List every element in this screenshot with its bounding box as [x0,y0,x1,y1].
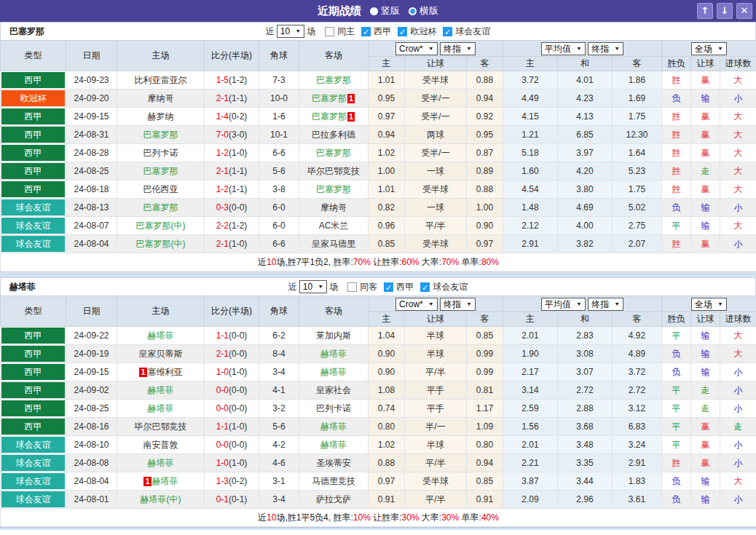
crow-odds-0: 1.02 [369,144,405,162]
scope-select[interactable]: 全场▼ [691,42,727,55]
crow-odds-0: 0.97 [369,108,405,126]
summary-stat-value: 70% [441,257,459,267]
scope-select[interactable]: 全场▼ [691,298,727,311]
result-goals: 小 [720,436,756,454]
layout-radio-vertical[interactable]: 竖版 [370,4,400,17]
home-team-name: 赫塔菲 [148,458,174,468]
same-venue-checkbox[interactable] [347,282,357,292]
radio-vertical-label: 竖版 [381,4,400,17]
move-down-button[interactable]: ↓ [717,3,733,19]
away-team-cell: 皇家社会 [299,381,369,400]
result-handicap: 输 [691,363,720,381]
result-handicap: 走 [691,381,720,400]
summary-stat-label: 近 [258,257,267,267]
home-team-name: 赫塔菲 [152,476,178,486]
corner-score: 5-6 [259,418,299,436]
summary-stat-value: 60% [401,257,419,267]
result-winlose: 胜 [662,454,691,472]
league-badge: 球会友谊 [1,437,65,453]
away-team-name: 巴塞罗那 [316,184,351,194]
titlebar-center: 近期战绩 竖版 横版 [0,4,756,18]
home-team-cell: 巴塞罗那 [117,199,205,217]
crow-stage-select[interactable]: 终指▼ [440,298,476,311]
match-row: 球会友谊24-08-041赫塔菲1-3(0-2)3-1马德里竞技0.97受半球0… [1,472,756,491]
chevron-down-icon: ▼ [614,299,620,309]
close-button[interactable]: ✕ [736,3,752,19]
corner-score: 3-4 [259,363,299,381]
league-filter-checkbox-1[interactable]: ✓ [398,27,407,36]
league-filter-checkbox-0[interactable]: ✓ [361,27,371,36]
fulltime-score: 1-3 [216,476,229,486]
avg-odds-1: 3.44 [558,472,613,491]
average-select[interactable]: 平均值▼ [541,42,586,55]
result-handicap: 赢 [691,454,720,472]
score-cell: 2-1(1-0) [205,235,259,253]
summary-stat-value: 30% [441,512,459,523]
score-cell: 1-1(1-0) [205,418,259,436]
league-filter-checkbox-2[interactable]: ✓ [443,27,452,36]
match-count-select[interactable]: 10▼ [299,280,327,293]
col-away: 客场 [299,296,369,327]
score-cell: 2-1(1-1) [205,162,259,181]
avg-odds-1: 6.85 [558,126,613,144]
league-filter-checkbox-1[interactable]: ✓ [420,282,430,292]
away-team-cell: 巴拉多利德 [299,126,369,144]
average-select-value: 平均值 [545,299,571,309]
score-cell: 1-3(0-2) [205,472,259,491]
fulltime-score: 2-1 [216,166,229,176]
avg-odds-0: 1.60 [503,162,558,181]
summary-stat-value: 80% [481,257,499,267]
corner-score: 6-0 [259,217,299,235]
layout-radio-horizontal[interactable]: 横版 [409,4,438,17]
scope-select-value: 全场 [695,299,712,309]
crow-odds-1: 受半球 [405,181,467,199]
avg-odds-1: 3.08 [558,345,613,363]
match-type-cell: 西甲 [1,345,66,363]
away-team-name: 皇家社会 [316,385,351,395]
match-row: 西甲24-09-19皇家贝蒂斯2-1(0-0)8-4赫塔菲0.90半球0.991… [1,345,756,363]
corner-score: 3-1 [259,472,299,491]
home-team-name: 巴塞罗那(中) [136,221,186,231]
crow-company-select[interactable]: Crow*▼ [395,42,438,55]
fulltime-score: 7-0 [216,130,229,140]
corner-score: 10-0 [259,90,299,108]
crow-company-select-value: Crow* [399,299,423,309]
league-badge: 西甲 [1,328,65,344]
col-score: 比分(半场) [205,41,259,71]
crow-company-select[interactable]: Crow*▼ [395,298,438,311]
result-goals: 大 [720,472,756,491]
average-stage-select[interactable]: 终指▼ [588,42,623,55]
avg-odds-0: 2.59 [503,400,558,418]
score-cell: 1-5(1-2) [205,71,259,90]
halftime-score: (0-0) [229,385,247,395]
crow-odds-2: 0.97 [467,235,503,253]
average-select[interactable]: 平均值▼ [541,298,586,311]
score-cell: 2-2(1-2) [205,217,259,235]
move-up-button[interactable]: ↑ [697,3,713,19]
league-badge: 西甲 [1,419,65,435]
crow-odds-2: 0.95 [467,126,503,144]
match-count-select[interactable]: 10▼ [277,25,304,38]
away-team-cell: 莱加内斯 [299,327,369,345]
away-team-name: 巴塞罗那 [312,93,347,103]
avg-odds-1: 3.80 [558,181,613,199]
crow-stage-select[interactable]: 终指▼ [440,42,476,55]
match-type-cell: 西甲 [1,418,66,436]
result-winlose: 胜 [662,235,691,253]
league-badge: 西甲 [1,127,65,143]
summary-stat-value: 30% [401,512,419,523]
halftime-score: (1-0) [229,239,247,249]
average-stage-select[interactable]: 终指▼ [588,298,623,311]
league-filter-checkbox-0[interactable]: ✓ [384,282,393,292]
subcol-5: 客 [613,57,662,71]
window-buttons: ↑ ↓ ✕ [697,3,752,19]
match-date: 24-08-13 [66,199,117,217]
crow-odds-1: 一球 [405,162,467,181]
away-team-name: 巴拉多利德 [312,130,355,140]
halftime-score: (3-0) [229,130,247,140]
result-handicap: 赢 [691,108,720,126]
same-venue-checkbox[interactable] [325,27,334,36]
result-handicap: 赢 [691,71,720,90]
crow-odds-2: 0.89 [467,162,503,181]
fulltime-score: 1-2 [216,184,229,194]
